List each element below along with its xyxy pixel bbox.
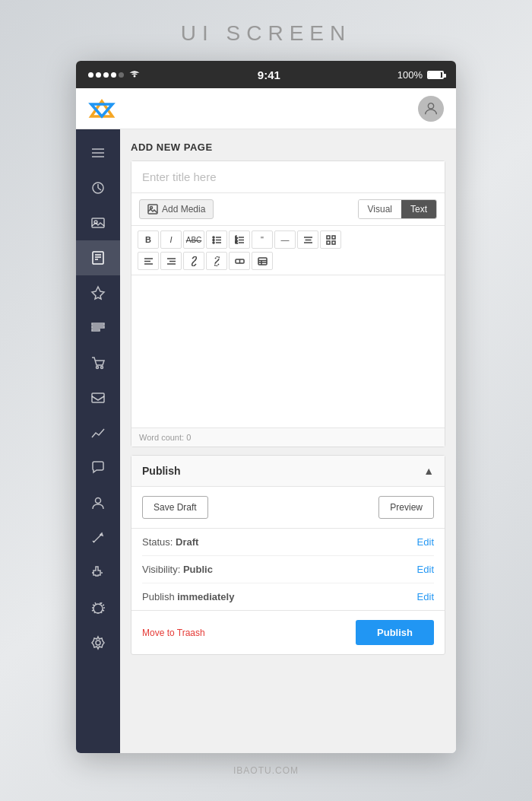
battery-icon	[427, 71, 444, 79]
svg-rect-54	[258, 258, 267, 265]
svg-rect-7	[92, 218, 104, 227]
title-input[interactable]	[131, 161, 445, 193]
sidebar-item-menu[interactable]	[76, 135, 120, 170]
publish-time-edit-link[interactable]: Edit	[417, 591, 434, 602]
page-footer: IBAOTU.COM	[233, 753, 299, 784]
sidebar	[76, 129, 120, 753]
wifi-icon	[128, 68, 141, 81]
status-right: 100%	[397, 69, 444, 81]
fmt-ol[interactable]: 1.2.3.	[229, 230, 250, 249]
toolbar-row: Add Media Visual Text	[131, 193, 445, 226]
fmt-hr[interactable]: —	[274, 230, 296, 249]
format-row-1: B I ABC 1.2.3. " —	[138, 230, 439, 249]
publish-meta: Status: Draft Edit Visibility: Public Ed…	[131, 529, 445, 610]
sidebar-item-analytics[interactable]	[76, 415, 120, 450]
main-layout: ADD NEW PAGE Add Media Vis	[76, 129, 456, 753]
sidebar-item-settings[interactable]	[76, 590, 120, 625]
sidebar-item-pin[interactable]	[76, 275, 120, 310]
svg-rect-41	[332, 236, 335, 239]
svg-point-19	[96, 498, 101, 504]
sidebar-item-users[interactable]	[76, 485, 120, 520]
publish-footer: Move to Traash Publish	[131, 610, 445, 654]
fmt-align-left[interactable]	[138, 252, 159, 270]
sidebar-item-inbox[interactable]	[76, 380, 120, 415]
add-media-label: Add Media	[162, 204, 205, 215]
svg-point-16	[97, 367, 99, 369]
add-media-button[interactable]: Add Media	[139, 199, 214, 219]
sidebar-item-media[interactable]	[76, 205, 120, 240]
logo	[88, 98, 116, 119]
fmt-more1[interactable]	[229, 252, 250, 270]
status-edit-link[interactable]: Edit	[417, 536, 434, 548]
sidebar-item-pages[interactable]	[76, 240, 120, 275]
section-title: ADD NEW PAGE	[131, 141, 445, 153]
visibility-row: Visibility: Public Edit	[142, 556, 434, 583]
tab-text[interactable]: Text	[401, 200, 436, 218]
svg-line-51	[215, 259, 218, 262]
svg-rect-9	[93, 252, 103, 264]
svg-rect-43	[332, 241, 335, 244]
svg-line-20	[93, 535, 101, 542]
sidebar-item-gear[interactable]	[76, 625, 120, 660]
word-count: Word count: 0	[131, 428, 445, 447]
status-left	[88, 68, 141, 81]
tab-visual[interactable]: Visual	[359, 200, 401, 218]
status-row: Status: Draft Edit	[142, 529, 434, 556]
svg-line-50	[192, 259, 195, 262]
page-heading: UI SCREEN	[0, 0, 532, 61]
format-row-2	[138, 252, 439, 270]
fmt-quote[interactable]: "	[252, 230, 273, 249]
status-value: Draft	[176, 536, 198, 548]
battery-percent: 100%	[397, 69, 423, 81]
fmt-more2[interactable]	[252, 252, 273, 270]
svg-rect-40	[327, 236, 330, 239]
fmt-ul[interactable]	[206, 230, 227, 249]
status-bar: 9:41 100%	[76, 61, 456, 88]
fmt-strikethrough[interactable]: ABC	[183, 230, 204, 249]
visibility-label: Visibility: Public	[142, 564, 213, 575]
fmt-bold[interactable]: B	[138, 230, 159, 249]
content-area: ADD NEW PAGE Add Media Vis	[120, 129, 456, 753]
preview-button[interactable]: Preview	[378, 496, 434, 519]
publish-actions: Save Draft Preview	[131, 487, 445, 529]
sidebar-item-dashboard[interactable]	[76, 170, 120, 205]
phone-frame: 9:41 100%	[76, 61, 456, 753]
visibility-edit-link[interactable]: Edit	[417, 564, 434, 575]
format-toolbar: B I ABC 1.2.3. " —	[131, 226, 445, 275]
fmt-align-center[interactable]	[297, 230, 318, 249]
move-to-trash-button[interactable]: Move to Traash	[142, 628, 205, 638]
svg-rect-42	[327, 241, 330, 244]
publish-time-label: Publish immediately	[142, 591, 234, 602]
signal-dots	[88, 72, 124, 78]
svg-point-29	[213, 239, 214, 240]
add-media-icon	[147, 204, 158, 215]
fmt-italic[interactable]: I	[160, 230, 182, 249]
status-label: Status: Draft	[142, 536, 198, 548]
fmt-align-right[interactable]	[160, 252, 182, 270]
svg-rect-13	[92, 323, 104, 325]
visibility-value: Public	[183, 564, 213, 575]
sidebar-item-cart[interactable]	[76, 345, 120, 380]
view-tabs: Visual Text	[358, 199, 437, 219]
editor-card: Add Media Visual Text B I ABC	[131, 161, 445, 447]
sidebar-item-content[interactable]	[76, 310, 120, 345]
fmt-grid[interactable]	[320, 230, 341, 249]
svg-rect-15	[92, 329, 100, 331]
clock: 9:41	[258, 68, 280, 81]
publish-button[interactable]: Publish	[356, 620, 434, 645]
publish-title: Publish	[142, 465, 181, 477]
save-draft-button[interactable]: Save Draft	[142, 496, 208, 519]
publish-header: Publish ▲	[131, 456, 445, 487]
svg-rect-14	[92, 326, 104, 328]
avatar[interactable]	[418, 96, 444, 122]
sidebar-item-comments[interactable]	[76, 450, 120, 485]
svg-point-30	[213, 242, 214, 243]
sidebar-item-plugins[interactable]	[76, 555, 120, 590]
app-header	[76, 88, 456, 129]
fmt-link[interactable]	[183, 252, 204, 270]
chevron-up-icon[interactable]: ▲	[423, 465, 434, 477]
sidebar-item-tools[interactable]	[76, 520, 120, 555]
fmt-unlink[interactable]	[206, 252, 227, 270]
publish-time-row: Publish immediately Edit	[142, 583, 434, 610]
text-editor-area[interactable]	[131, 275, 445, 428]
